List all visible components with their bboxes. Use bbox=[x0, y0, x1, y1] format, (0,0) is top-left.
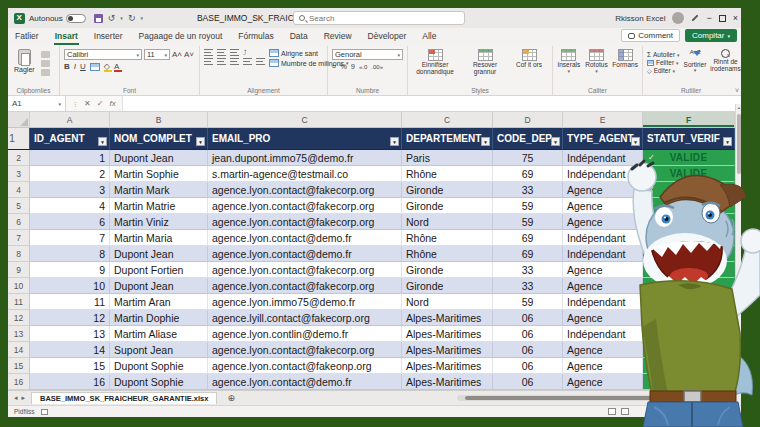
status-cell[interactable]: ✓ bbox=[643, 358, 735, 374]
status-cell[interactable]: ✓ bbox=[643, 342, 735, 358]
status-cell[interactable]: ✓ bbox=[643, 294, 735, 310]
cell[interactable]: 69 bbox=[493, 246, 563, 262]
cell[interactable]: 59 bbox=[493, 214, 563, 230]
row-number[interactable]: 2 bbox=[8, 150, 30, 166]
cell[interactable]: Martim Aliase bbox=[110, 326, 208, 342]
decrease-indent-icon[interactable] bbox=[243, 58, 252, 65]
row-number[interactable]: 9 bbox=[8, 262, 30, 278]
align-middle-icon[interactable] bbox=[217, 49, 226, 56]
cell[interactable]: 16 bbox=[30, 374, 110, 390]
column-letter[interactable]: C bbox=[402, 112, 493, 127]
ribbon-tab-6[interactable]: Review bbox=[323, 29, 353, 45]
cell[interactable]: 6 bbox=[30, 214, 110, 230]
cell[interactable]: 59 bbox=[493, 294, 563, 310]
cell[interactable]: 33 bbox=[493, 262, 563, 278]
cell-styles-button[interactable]: Cof it ors bbox=[512, 49, 546, 85]
status-cell[interactable]: ✓ bbox=[643, 246, 735, 262]
insert-button[interactable]: Inserals ▾ bbox=[557, 49, 581, 85]
copy-icon[interactable] bbox=[41, 60, 50, 67]
table-header-cell[interactable]: DEPARTEMENT▾ bbox=[402, 128, 493, 150]
cell[interactable]: Dupont Jean bbox=[110, 246, 208, 262]
cell[interactable]: Nord bbox=[402, 294, 493, 310]
cell[interactable]: agence.lyon.immo75@demo.fr bbox=[208, 294, 402, 310]
cell[interactable]: Agence bbox=[563, 310, 643, 326]
cell[interactable]: Alpes-Maritimes bbox=[402, 342, 493, 358]
cell[interactable]: Indépendant bbox=[563, 326, 643, 342]
status-cell[interactable]: ✓ bbox=[643, 326, 735, 342]
cell[interactable]: agence.lyon.contact@fakecorp.org bbox=[208, 342, 402, 358]
row-number[interactable]: 12 bbox=[8, 310, 30, 326]
insert-function-icon[interactable]: fx bbox=[109, 99, 115, 108]
cell[interactable]: Martim Aran bbox=[110, 294, 208, 310]
status-cell[interactable]: ✓VALIDE bbox=[643, 214, 735, 230]
name-box[interactable]: A1 ▾ bbox=[8, 96, 66, 111]
column-letter[interactable]: A bbox=[30, 112, 110, 127]
filter-dropdown-icon[interactable]: ▾ bbox=[551, 137, 560, 146]
horizontal-scrollbar[interactable] bbox=[457, 395, 727, 401]
status-cell[interactable]: ✓VALIDE bbox=[643, 230, 735, 246]
add-sheet-icon[interactable]: ⊕ bbox=[227, 393, 235, 403]
table-header-cell[interactable]: NOM_COMPLET▾ bbox=[110, 128, 208, 150]
ribbon-tab-7[interactable]: Dèveloper bbox=[367, 29, 408, 45]
undo-icon[interactable]: ↺ bbox=[108, 14, 116, 23]
cell[interactable]: s.martin-agence@testmail.co bbox=[208, 166, 402, 182]
sort-filter-button[interactable]: A↓Z Sortirier ▾ bbox=[684, 49, 707, 85]
sheet-tab[interactable]: BASE_IMMO_SK_FRAICHEUR_GARANTIE.xlsx bbox=[31, 392, 217, 404]
paste-button[interactable]: Ragler bbox=[12, 49, 37, 85]
bold-button[interactable]: B bbox=[64, 62, 70, 71]
cell[interactable]: Gironde bbox=[402, 182, 493, 198]
table-header-cell[interactable]: EMAIL_PRO▾ bbox=[208, 128, 402, 150]
cell[interactable]: Rhône bbox=[402, 246, 493, 262]
ribbon-tab-5[interactable]: Data bbox=[289, 29, 309, 45]
cell[interactable]: Alpes-Maritimes bbox=[402, 326, 493, 342]
italic-button[interactable]: I bbox=[74, 62, 76, 71]
status-cell[interactable]: ✓ bbox=[643, 374, 735, 390]
column-letter[interactable]: F bbox=[643, 112, 735, 127]
grow-font-icon[interactable]: A˄ bbox=[172, 49, 182, 60]
cell[interactable]: 3 bbox=[30, 182, 110, 198]
borders-icon[interactable] bbox=[90, 63, 100, 71]
table-header-cell[interactable]: TYPE_AGENT▾ bbox=[563, 128, 643, 150]
cell[interactable]: Martin Dophie bbox=[110, 310, 208, 326]
row-number[interactable]: 1 bbox=[8, 128, 30, 150]
cell[interactable]: 7 bbox=[30, 230, 110, 246]
cell[interactable]: agence.lyon.contact@fakecorp.org bbox=[208, 278, 402, 294]
cell[interactable]: Agence bbox=[563, 214, 643, 230]
cell[interactable]: agence.lyon.contact@fakecorp.org bbox=[208, 262, 402, 278]
redo-icon[interactable]: ↻ bbox=[128, 14, 136, 23]
ribbon-tab-3[interactable]: Pagaage de un royout bbox=[138, 29, 224, 45]
row-number[interactable]: 15 bbox=[8, 358, 30, 374]
cell[interactable]: agence.lyon.contact@fakeonp.org bbox=[208, 358, 402, 374]
column-letter[interactable]: D bbox=[493, 112, 563, 127]
row-number[interactable]: 8 bbox=[8, 246, 30, 262]
increase-decimal-icon[interactable]: «.0 bbox=[359, 64, 367, 70]
row-number[interactable]: 5 bbox=[8, 198, 30, 214]
cell[interactable]: Indépendant bbox=[563, 246, 643, 262]
cell[interactable]: agence.lyon.contact@demo.fr bbox=[208, 246, 402, 262]
cell[interactable]: 59 bbox=[493, 198, 563, 214]
table-header-cell[interactable]: CODE_DEP▾ bbox=[493, 128, 563, 150]
row-number[interactable]: 7 bbox=[8, 230, 30, 246]
close-button[interactable]: × bbox=[733, 13, 738, 23]
sheet-nav-right-icon[interactable]: ▸ bbox=[22, 394, 26, 402]
cell[interactable]: Gironde bbox=[402, 262, 493, 278]
cell[interactable]: Agence bbox=[563, 278, 643, 294]
cell[interactable]: 2 bbox=[30, 166, 110, 182]
cell[interactable]: Rhône bbox=[402, 166, 493, 182]
cell[interactable]: 75 bbox=[493, 150, 563, 166]
cell[interactable]: 12 bbox=[30, 310, 110, 326]
vertical-scrollbar[interactable]: ▲ bbox=[735, 104, 741, 390]
sheet-nav-left-icon[interactable]: ◂ bbox=[14, 394, 18, 402]
align-right-icon[interactable] bbox=[230, 58, 239, 65]
cell[interactable]: 13 bbox=[30, 326, 110, 342]
fill-color-icon[interactable]: ◇ bbox=[104, 62, 110, 71]
row-number[interactable]: 13 bbox=[8, 326, 30, 342]
cell[interactable]: 06 bbox=[493, 342, 563, 358]
percent-icon[interactable]: % bbox=[340, 62, 347, 71]
cell[interactable]: 8 bbox=[30, 246, 110, 262]
align-bottom-icon[interactable] bbox=[230, 49, 239, 56]
cell[interactable]: agence.lyon.contact@demo.fr bbox=[208, 374, 402, 390]
status-cell[interactable]: ✓VALIDE bbox=[643, 150, 735, 166]
cell[interactable]: Indépendant bbox=[563, 294, 643, 310]
cell[interactable]: 10 bbox=[30, 278, 110, 294]
